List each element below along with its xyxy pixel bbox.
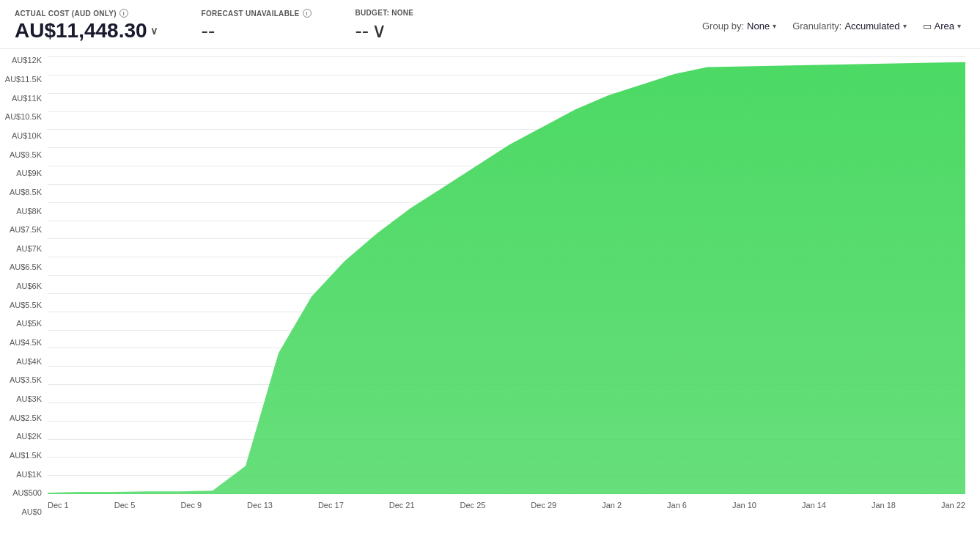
- x-axis-label: Dec 9: [180, 501, 202, 510]
- x-axis: Dec 1Dec 5Dec 9Dec 13Dec 17Dec 21Dec 25D…: [48, 494, 965, 516]
- area-fill: [48, 62, 965, 494]
- granularity-chevron-icon: ▾: [903, 22, 907, 30]
- group-by-chevron-icon: ▾: [773, 22, 776, 30]
- y-axis-label: AU$4.5K: [0, 339, 48, 347]
- budget-label: BUDGET: NONE: [355, 9, 414, 17]
- chart-type-dropdown[interactable]: ▭ Area ▾: [918, 18, 965, 34]
- budget-chevron[interactable]: ∨: [372, 18, 387, 43]
- actual-cost-chevron[interactable]: ∨: [150, 25, 158, 37]
- actual-cost-block: ACTUAL COST (AUD ONLY) i AU$11,448.30 ∨: [15, 9, 158, 43]
- x-axis-label: Jan 18: [872, 501, 896, 510]
- forecast-block: FORECAST UNAVAILABLE i --: [202, 9, 312, 43]
- group-by-label: Group by:: [702, 21, 744, 32]
- header: ACTUAL COST (AUD ONLY) i AU$11,448.30 ∨ …: [0, 0, 980, 49]
- x-axis-label: Jan 22: [941, 501, 965, 510]
- x-axis-label: Dec 17: [318, 501, 344, 510]
- y-axis-label: AU$9K: [0, 169, 48, 177]
- granularity-dropdown[interactable]: Granularity: Accumulated ▾: [788, 18, 910, 34]
- chart-container: AU$0AU$500AU$1KAU$1.5KAU$2KAU$2.5KAU$3KA…: [0, 49, 980, 538]
- x-axis-label: Dec 5: [114, 501, 136, 510]
- granularity-value: Accumulated: [844, 21, 899, 32]
- y-axis-label: AU$12K: [0, 56, 48, 65]
- area-chart-svg: [48, 56, 965, 494]
- x-axis-label: Dec 29: [531, 501, 556, 510]
- y-axis-label: AU$9.5K: [0, 151, 48, 159]
- y-axis-label: AU$2K: [0, 433, 48, 441]
- granularity-label: Granularity:: [792, 21, 841, 32]
- y-axis-label: AU$500: [0, 489, 48, 497]
- y-axis-label: AU$3K: [0, 395, 48, 403]
- y-axis-label: AU$4K: [0, 358, 48, 366]
- group-by-value: None: [747, 21, 770, 32]
- y-axis-label: AU$8K: [0, 207, 48, 216]
- y-axis: AU$0AU$500AU$1KAU$1.5KAU$2KAU$2.5KAU$3KA…: [0, 56, 48, 516]
- y-axis-label: AU$6.5K: [0, 263, 48, 271]
- y-axis-label: AU$5K: [0, 320, 48, 328]
- y-axis-label: AU$10.5K: [0, 113, 48, 121]
- y-axis-label: AU$5.5K: [0, 301, 48, 309]
- x-axis-label: Dec 21: [389, 501, 415, 510]
- area-chart-icon: ▭: [923, 21, 932, 32]
- y-axis-label: AU$2.5K: [0, 414, 48, 422]
- chart-type-value: Area: [935, 21, 954, 32]
- chart-body: Dec 1Dec 5Dec 9Dec 13Dec 17Dec 21Dec 25D…: [48, 56, 965, 516]
- actual-cost-label: ACTUAL COST (AUD ONLY) i: [15, 9, 158, 18]
- y-axis-label: AU$1K: [0, 471, 48, 479]
- actual-cost-info-icon[interactable]: i: [119, 9, 128, 18]
- y-axis-label: AU$7.5K: [0, 226, 48, 234]
- x-axis-label: Dec 25: [460, 501, 486, 510]
- y-axis-label: AU$7K: [0, 245, 48, 253]
- y-axis-label: AU$11.5K: [0, 76, 48, 84]
- x-axis-label: Jan 6: [667, 501, 687, 510]
- budget-block: BUDGET: NONE -- ∨: [355, 9, 414, 43]
- actual-cost-value[interactable]: AU$11,448.30 ∨: [15, 19, 158, 43]
- y-axis-label: AU$3.5K: [0, 376, 48, 384]
- group-by-dropdown[interactable]: Group by: None ▾: [698, 18, 781, 34]
- y-axis-label: AU$0: [0, 508, 48, 516]
- x-axis-label: Dec 13: [247, 501, 273, 510]
- y-axis-label: AU$8.5K: [0, 188, 48, 196]
- y-axis-label: AU$1.5K: [0, 452, 48, 460]
- chart-type-chevron-icon: ▾: [957, 22, 961, 30]
- y-axis-label: AU$10K: [0, 132, 48, 140]
- forecast-info-icon[interactable]: i: [303, 9, 312, 18]
- forecast-label: FORECAST UNAVAILABLE i: [202, 9, 312, 18]
- x-axis-label: Jan 10: [732, 501, 756, 510]
- x-axis-label: Jan 2: [602, 501, 622, 510]
- chart-controls: Group by: None ▾ Granularity: Accumulate…: [698, 18, 965, 34]
- x-axis-label: Jan 14: [802, 501, 826, 510]
- forecast-value: --: [202, 19, 312, 43]
- y-axis-label: AU$11K: [0, 95, 48, 103]
- budget-value[interactable]: -- ∨: [355, 18, 414, 43]
- actual-cost-amount: AU$11,448.30: [15, 19, 147, 43]
- x-axis-label: Dec 1: [48, 501, 69, 510]
- y-axis-label: AU$6K: [0, 282, 48, 290]
